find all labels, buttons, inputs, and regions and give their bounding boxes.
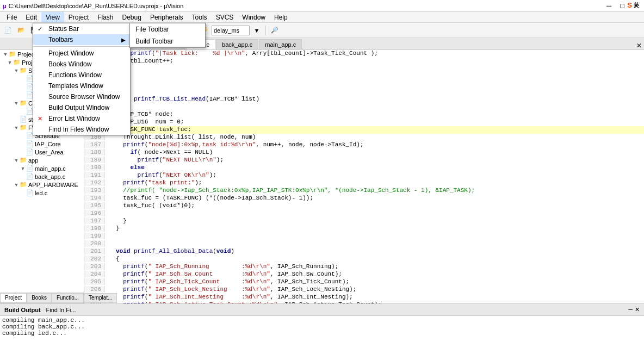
- zoom-button[interactable]: 🔎: [269, 24, 281, 36]
- code-line-182: 182 {: [84, 103, 644, 111]
- maximize-button[interactable]: □: [618, 2, 627, 10]
- menu-help[interactable]: Help: [270, 12, 292, 22]
- build-close-icon[interactable]: ✕: [635, 306, 640, 313]
- function-search-input[interactable]: [212, 26, 250, 35]
- line-code-197: }: [113, 217, 127, 224]
- menu-tools[interactable]: Tools: [188, 12, 212, 22]
- project-folder-icon: 📁: [9, 51, 16, 58]
- line-code-201: void printf_All_Global_Data(void): [113, 248, 234, 254]
- code-line-203: 203 printf(" IAP_Sch_Running :%d\r\n", I…: [84, 263, 644, 271]
- tree-fwlib-expand: ▼: [13, 125, 20, 130]
- line-code-194: task_fuc = (TASK_FUNC) (*((node->Iap_Sch…: [113, 195, 313, 201]
- view-menu-project-window[interactable]: Project Window: [33, 48, 130, 59]
- tree-back-app-c[interactable]: 📄 back_app.c: [0, 172, 84, 181]
- new-file-button[interactable]: 📄: [2, 24, 14, 36]
- bottom-tab-templates[interactable]: Templat...: [84, 293, 117, 303]
- line-code-203: printf(" IAP_Sch_Running :%d\r\n", IAP_S…: [113, 263, 338, 270]
- view-menu-books-window[interactable]: Books Window: [33, 59, 130, 70]
- code-line-186: 186 Throught_DLink_list( list, node, num…: [84, 134, 644, 141]
- code-line-207: 207 printf(" IAP_Sch_Int_Nesting :%d\r\n…: [84, 294, 644, 301]
- toolbars-submenu: File Toolbar Build Toolbar: [129, 23, 206, 48]
- file-toolbar-item[interactable]: File Toolbar: [130, 23, 205, 35]
- code-content[interactable]: 175 printf("|Task tick: %d |\r\n", Arry[…: [84, 50, 644, 303]
- line-num-199: 199: [84, 233, 105, 239]
- view-menu-functions-window[interactable]: Functions Window: [33, 70, 130, 80]
- bottom-tab-functions[interactable]: Functio...: [52, 293, 84, 303]
- code-area: 175 printf("|Task tick: %d |\r\n", Arry[…: [84, 50, 644, 303]
- line-num-198: 198: [84, 225, 105, 232]
- bottom-tab-project[interactable]: Project: [0, 293, 27, 303]
- line-num-195: 195: [84, 202, 105, 209]
- line-num-204: 204: [84, 271, 105, 277]
- build-output-panel: compiling main_app.c... compiling back_a…: [0, 315, 644, 348]
- view-menu-templates-window-label: Templates Window: [48, 82, 103, 90]
- view-menu-toolbars[interactable]: Toolbars ▶: [33, 34, 130, 45]
- code-line-201: 201 void printf_All_Global_Data(void): [84, 248, 644, 256]
- menu-flash[interactable]: Flash: [93, 12, 117, 22]
- open-button[interactable]: 📂: [15, 24, 27, 36]
- system-folder-icon: 📁: [20, 67, 27, 74]
- code-line-197: 197 }: [84, 217, 644, 225]
- view-menu-find-in-files[interactable]: Find In Files Window: [33, 124, 130, 135]
- tree-app-hardware-expand: ▼: [13, 182, 20, 188]
- func-search-go[interactable]: ▼: [251, 24, 263, 36]
- minimize-button[interactable]: ─: [604, 2, 614, 10]
- tree-app[interactable]: ▼ 📁 app: [0, 156, 84, 164]
- code-line-206: 206 printf(" IAP_Sch_Lock_Nesting :%d\r\…: [84, 286, 644, 294]
- code-line-185: 185 ▶ TASK_FUNC task_fuc;: [84, 126, 644, 134]
- menu-debug[interactable]: Debug: [118, 12, 146, 22]
- window-title: C:\Users\Dell\Desktop\code\AP_Run\USER\L…: [9, 3, 184, 9]
- view-menu-dropdown: ✓ Status Bar Toolbars ▶ Project Window B…: [33, 23, 131, 135]
- tree-led-c-label: led.c: [35, 190, 47, 196]
- menu-peripherals[interactable]: Peripherals: [146, 12, 188, 22]
- find-in-files-tab[interactable]: Find In Fi...: [46, 307, 76, 313]
- tab-back-app-c[interactable]: back_app.c: [216, 39, 258, 49]
- menu-view[interactable]: View: [41, 12, 64, 22]
- error-check: ✕: [38, 115, 45, 122]
- tree-app-hardware[interactable]: ▼ 📁 APP_HARDWARE: [0, 181, 84, 189]
- build-minimize-icon[interactable]: ─: [628, 306, 633, 313]
- menu-edit[interactable]: Edit: [21, 12, 41, 22]
- line-num-194: 194: [84, 195, 105, 201]
- ime-toolbar: S 英: [627, 1, 640, 9]
- build-header-controls: ─ ✕: [628, 306, 640, 313]
- app-folder-icon: 📁: [20, 157, 27, 164]
- tree-main-app-c[interactable]: ▼ 📄 main_app.c: [0, 164, 84, 172]
- menu-svcs[interactable]: SVCS: [212, 12, 238, 22]
- menu-project[interactable]: Project: [64, 12, 93, 22]
- tree-app-expand: ▼: [13, 158, 20, 163]
- tree-iap-core[interactable]: 📄 IAP_Core: [0, 140, 84, 148]
- bottom-tab-books[interactable]: Books: [27, 293, 52, 303]
- line-num-191: 191: [84, 172, 105, 178]
- build-toolbar-item[interactable]: Build Toolbar: [130, 35, 205, 47]
- line-num-197: 197: [84, 217, 105, 224]
- line-code-188: if( node->Next == NULL): [113, 149, 213, 156]
- code-line-188: 188 if( node->Next == NULL): [84, 149, 644, 157]
- iap-core-icon: 📄: [26, 140, 34, 147]
- main-app-c-icon: 📄: [26, 165, 34, 172]
- tree-user-area[interactable]: 📄 User_Area: [0, 148, 84, 156]
- view-menu-source-browser[interactable]: Source Browser Window: [33, 91, 130, 102]
- line-code-189: printf("NEXT NULL\r\n");: [113, 157, 224, 163]
- tab-main-app-c[interactable]: main_app.c: [259, 39, 302, 49]
- view-menu-templates-window[interactable]: Templates Window: [33, 80, 130, 91]
- line-code-204: printf(" IAP_Sch_Sw_Count :%d\r\n", IAP_…: [113, 271, 342, 277]
- view-menu-build-output[interactable]: Build Output Window: [33, 102, 130, 113]
- view-menu-status-bar-label: Status Bar: [48, 25, 79, 33]
- code-line-175: 175 printf("|Task tick: %d |\r\n", Arry[…: [84, 50, 644, 58]
- menu-file[interactable]: File: [2, 12, 21, 22]
- view-menu-functions-window-label: Functions Window: [48, 71, 102, 79]
- code-line-191: 191 printf("NEXT OK\r\n");: [84, 172, 644, 179]
- code-line-181: 181 void printf_TCB_List_Head(IAP_TCB* l…: [84, 96, 644, 103]
- tree-iap-core-label: IAP_Core: [35, 141, 61, 147]
- line-num-206: 206: [84, 286, 105, 293]
- tree-led-c[interactable]: 📄 led.c: [0, 189, 84, 197]
- line-num-202: 202: [84, 256, 105, 262]
- build-output-tab[interactable]: Build Output: [4, 307, 41, 313]
- line-num-190: 190: [84, 164, 105, 171]
- view-menu-error-list[interactable]: ✕ Error List Window: [33, 113, 130, 124]
- menu-window[interactable]: Window: [238, 12, 270, 22]
- tab-close-area: ✕: [636, 42, 644, 49]
- view-menu-status-bar[interactable]: ✓ Status Bar: [33, 23, 130, 34]
- tab-panel-close-icon[interactable]: ✕: [636, 42, 642, 49]
